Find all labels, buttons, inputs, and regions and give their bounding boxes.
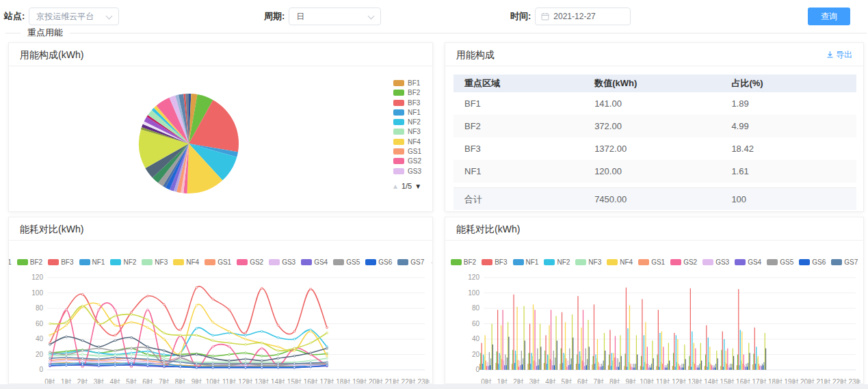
y-axis-tick: 0 <box>39 366 43 373</box>
data-point <box>114 324 116 326</box>
divider-line <box>5 33 21 33</box>
legend-item-GS4[interactable]: GS4 <box>735 258 761 266</box>
panel-title: 能耗对比(kWh) <box>20 217 83 241</box>
legend-next-button[interactable]: ▼ <box>415 183 421 190</box>
data-point <box>114 360 116 362</box>
legend-item-NF1[interactable]: NF1 <box>513 258 539 266</box>
table-total-cell: 合计 <box>453 188 594 210</box>
panel-energy-comparison-line: 能耗对比(kWh) BF1BF2BF3NF1NF2NF3NF4GS1GS2GS3… <box>8 217 433 384</box>
bar-NF4 <box>629 306 630 371</box>
legend-item-GS7[interactable]: GS7 <box>397 258 424 266</box>
legend-item-NF4[interactable]: NF4 <box>607 258 633 266</box>
panel-header: 用能构成(kWh) <box>9 43 432 66</box>
legend-item-GS7[interactable]: GS7 <box>831 258 858 266</box>
export-label: 导出 <box>836 43 852 66</box>
legend-prev-button[interactable]: ◀ <box>431 258 433 266</box>
bar-unlabeled-2 <box>701 361 702 371</box>
bar-NF1 <box>547 364 547 370</box>
bar-BF1 <box>752 364 753 370</box>
bar-NF3 <box>644 362 645 370</box>
legend-item-GS5[interactable]: GS5 <box>333 258 360 266</box>
bar-BF3 <box>690 289 691 370</box>
legend-item-BF3[interactable]: BF3 <box>482 258 507 266</box>
bar-unlabeled-1 <box>733 349 733 371</box>
section-divider: 重点用能 <box>0 27 868 38</box>
legend-item-NF2[interactable]: NF2 <box>544 258 570 266</box>
legend-item-BF2[interactable]: BF2 <box>451 258 476 266</box>
bar-NF2 <box>531 353 531 370</box>
legend-item-NF3[interactable]: NF3 <box>575 258 601 266</box>
legend-item-NF3[interactable]: NF3 <box>142 258 168 266</box>
legend-item-BF1[interactable]: BF1 <box>393 80 433 86</box>
data-point <box>147 364 149 366</box>
legend-item-BF3[interactable]: BF3 <box>393 100 433 106</box>
data-point <box>277 363 279 365</box>
data-point <box>310 360 312 362</box>
bar-GS2 <box>695 349 696 371</box>
site-select[interactable]: 京投运维云平台 <box>29 8 119 25</box>
energy-table: 重点区域数值(kWh)占比(%) BF1141.001.89BF2372.004… <box>453 75 856 210</box>
legend-item-NF3[interactable]: NF3 <box>393 129 433 135</box>
legend-item-GS3[interactable]: GS3 <box>393 168 433 174</box>
bar-BF2 <box>657 355 658 371</box>
legend-prev-button[interactable]: ▲ <box>392 183 399 190</box>
bar-unlabeled-1 <box>668 343 669 370</box>
data-point <box>261 347 263 349</box>
table-cell: 1.61 <box>731 160 856 183</box>
legend-item-NF1[interactable]: NF1 <box>393 109 433 116</box>
legend-item-BF2[interactable]: BF2 <box>393 90 433 96</box>
data-point <box>212 334 214 336</box>
bar-GS6 <box>618 367 619 371</box>
data-point <box>163 358 165 360</box>
bar-GS3 <box>632 364 633 370</box>
legend-item-GS3[interactable]: GS3 <box>269 258 295 266</box>
table-scroll-area[interactable]: BF1141.001.89BF2372.004.99BF31372.0018.4… <box>453 92 856 187</box>
legend-page-label: 1/5 <box>402 182 412 190</box>
bar-NF3 <box>676 362 677 370</box>
legend-item-BF3[interactable]: BF3 <box>48 258 73 266</box>
bar-GS2 <box>583 310 583 370</box>
bar-GS6 <box>715 368 715 370</box>
legend-item-GS2[interactable]: GS2 <box>237 258 263 266</box>
table-header-row: 重点区域数值(kWh)占比(%) <box>453 75 856 92</box>
legend-item-BF1[interactable]: BF1 <box>445 258 445 266</box>
bar-BF3 <box>609 330 610 371</box>
legend-item-GS4[interactable]: GS4 <box>301 258 328 266</box>
bar-BF1 <box>720 366 721 370</box>
legend-item-GS1[interactable]: GS1 <box>205 258 231 266</box>
period-select[interactable]: 日 <box>289 8 381 25</box>
legend-item-BF2[interactable]: BF2 <box>17 258 42 266</box>
export-button[interactable]: 导出 <box>826 43 852 66</box>
legend-item-BF1[interactable]: BF1 <box>8 258 12 266</box>
x-axis-tick: 18时 <box>768 378 782 384</box>
bar-GS3 <box>712 365 713 370</box>
legend-item-GS1[interactable]: GS1 <box>638 258 665 266</box>
data-point <box>212 363 214 365</box>
data-point <box>98 304 100 306</box>
bar-NF1 <box>659 367 659 371</box>
legend-item-NF4[interactable]: NF4 <box>393 139 433 145</box>
legend-item-GS3[interactable]: GS3 <box>702 258 729 266</box>
legend-item-GS2[interactable]: GS2 <box>393 158 433 164</box>
legend-item-GS2[interactable]: GS2 <box>670 258 697 266</box>
legend-item-GS1[interactable]: GS1 <box>393 148 433 155</box>
legend-item-NF2[interactable]: NF2 <box>393 119 433 125</box>
bar-BF2 <box>593 356 594 370</box>
date-picker[interactable] <box>535 8 631 25</box>
bar-BF3 <box>545 335 546 370</box>
query-button[interactable]: 查询 <box>808 8 850 25</box>
legend-item-GS6[interactable]: GS6 <box>799 258 826 266</box>
legend-item-NF2[interactable]: NF2 <box>110 258 136 266</box>
legend-item-NF1[interactable]: NF1 <box>79 258 105 266</box>
data-point <box>196 363 198 365</box>
legend-item-GS6[interactable]: GS6 <box>365 258 392 266</box>
legend-item-GS5[interactable]: GS5 <box>767 258 793 266</box>
data-point <box>163 353 165 356</box>
data-point <box>196 334 198 336</box>
y-axis-tick: 60 <box>36 320 44 327</box>
date-input[interactable] <box>553 12 622 21</box>
bar-GS6 <box>650 368 651 370</box>
chevron-down-icon <box>106 13 113 20</box>
data-point <box>131 311 133 313</box>
legend-item-NF4[interactable]: NF4 <box>173 258 199 266</box>
